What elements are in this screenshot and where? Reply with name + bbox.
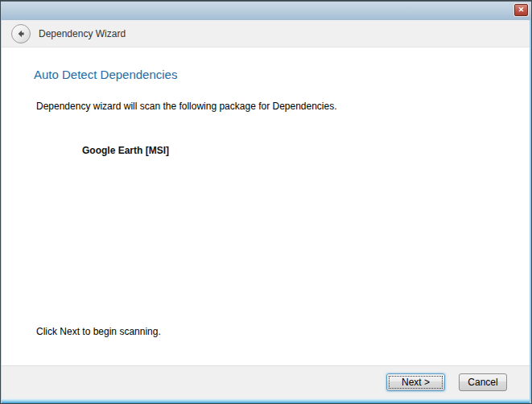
next-button[interactable]: Next > [386,373,445,391]
scan-description-text: Dependency wizard will scan the followin… [36,101,337,112]
page-title: Auto Detect Dependencies [34,68,177,81]
dependency-wizard-window: ✕ Dependency Wizard Auto Detect Dependen… [0,0,532,404]
wizard-content: Auto Detect Dependencies Dependency wiza… [2,47,530,365]
window-bottom-frame [2,398,530,403]
wizard-header: Dependency Wizard [2,20,530,47]
cancel-button[interactable]: Cancel [459,373,507,391]
window-body: Dependency Wizard Auto Detect Dependenci… [1,20,531,403]
wizard-title: Dependency Wizard [39,28,126,39]
close-icon[interactable]: ✕ [514,4,528,16]
back-arrow-icon [15,28,27,39]
package-name-label: Google Earth [MSI] [82,145,169,156]
button-bar: Next > Cancel [2,365,530,398]
back-button[interactable] [11,24,31,43]
title-bar: ✕ [1,1,531,20]
next-instruction-text: Click Next to begin scanning. [36,326,161,337]
